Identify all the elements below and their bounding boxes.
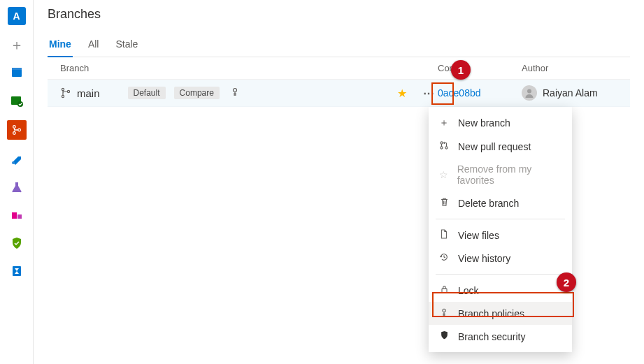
branch-icon (60, 87, 71, 99)
menu-new-branch[interactable]: ＋ New branch (429, 111, 572, 135)
svg-point-14 (233, 88, 236, 92)
svg-rect-19 (442, 289, 447, 293)
tabs: Mine All Stale (48, 34, 630, 57)
backlog-icon[interactable] (8, 92, 25, 109)
testplans-icon[interactable] (8, 179, 25, 196)
author-name: Raiyan Alam (543, 87, 598, 99)
menu-lock-label: Lock (458, 285, 479, 296)
svg-point-6 (17, 129, 20, 131)
artifacts-icon[interactable] (8, 207, 25, 224)
menu-remove-fav-label: Remove from my favorites (457, 163, 562, 186)
svg-point-13 (67, 90, 69, 92)
branch-name-cell: main Default Compare ★ ⋯ (60, 84, 438, 102)
svg-point-4 (13, 126, 15, 129)
menu-view-history-label: View history (458, 253, 510, 264)
svg-point-17 (441, 147, 443, 149)
svg-rect-10 (13, 266, 21, 276)
svg-rect-1 (12, 68, 22, 70)
author-cell: Raiyan Alam (522, 85, 623, 101)
svg-point-15 (527, 89, 531, 94)
menu-remove-favorite: ☆ Remove from my favorites (429, 158, 572, 191)
compliance-icon[interactable] (8, 235, 25, 252)
left-nav: A ＋ (0, 0, 34, 364)
menu-branch-policies[interactable]: Branch policies (429, 302, 572, 325)
boards-icon[interactable] (8, 64, 25, 81)
menu-view-files-label: View files (458, 230, 499, 241)
menu-new-pull-request[interactable]: New pull request (429, 135, 572, 158)
plus-icon: ＋ (438, 117, 450, 129)
menu-new-pr-label: New pull request (458, 141, 531, 152)
menu-lock[interactable]: Lock (429, 279, 572, 302)
branch-context-menu: ＋ New branch New pull request ☆ Remove f… (429, 107, 572, 352)
svg-point-3 (17, 101, 23, 107)
menu-delete-label: Delete branch (458, 198, 519, 209)
author-avatar-icon (522, 85, 537, 101)
menu-view-history[interactable]: View history (429, 247, 572, 270)
menu-separator (436, 219, 565, 219)
badge-default: Default (128, 87, 166, 99)
column-header-author: Author (522, 63, 623, 73)
tab-mine[interactable]: Mine (48, 34, 73, 57)
badge-compare: Compare (174, 87, 220, 99)
pull-request-icon (438, 140, 450, 152)
policy-badge-icon (229, 87, 241, 100)
repos-icon[interactable] (7, 120, 27, 140)
lock-icon (438, 284, 450, 296)
branches-table-header: Branch Commit Author (48, 57, 630, 80)
svg-point-11 (62, 88, 64, 90)
shield-icon (438, 330, 450, 342)
policy-icon (438, 307, 450, 319)
history-icon (438, 252, 450, 264)
tab-stale[interactable]: Stale (114, 34, 139, 57)
column-header-branch: Branch (60, 63, 438, 73)
menu-delete-branch[interactable]: Delete branch (429, 191, 572, 214)
branch-name[interactable]: main (77, 87, 100, 99)
menu-policies-label: Branch policies (458, 308, 524, 319)
main-content: Branches Mine All Stale Branch Commit Au… (34, 0, 644, 364)
file-icon (438, 229, 450, 241)
svg-rect-8 (12, 212, 17, 219)
svg-point-18 (445, 147, 448, 149)
menu-branch-security[interactable]: Branch security (429, 325, 572, 348)
hourglass-icon[interactable] (8, 263, 25, 279)
svg-rect-0 (12, 69, 22, 77)
svg-point-20 (443, 309, 445, 312)
star-outline-icon: ☆ (438, 169, 449, 180)
commit-hash-link[interactable]: 0ace08bd (438, 87, 522, 99)
page-title: Branches (48, 7, 630, 22)
favorite-star-icon[interactable]: ★ (397, 87, 407, 100)
svg-point-7 (12, 161, 15, 164)
menu-view-files[interactable]: View files (429, 224, 572, 247)
svg-rect-9 (17, 214, 22, 219)
menu-separator (436, 274, 565, 275)
add-icon[interactable]: ＋ (8, 36, 25, 53)
tab-all[interactable]: All (87, 34, 101, 57)
project-avatar[interactable]: A (8, 7, 26, 25)
column-header-commit: Commit (438, 63, 522, 73)
menu-security-label: Branch security (458, 331, 525, 342)
svg-point-16 (441, 142, 443, 144)
svg-point-12 (62, 95, 64, 97)
trash-icon (438, 197, 450, 209)
svg-point-5 (13, 132, 15, 135)
menu-new-branch-label: New branch (458, 117, 510, 129)
pipelines-icon[interactable] (8, 151, 25, 168)
branch-row[interactable]: main Default Compare ★ ⋯ 0ace08bd Raiyan… (48, 80, 630, 107)
more-actions-button[interactable]: ⋯ (420, 84, 438, 102)
